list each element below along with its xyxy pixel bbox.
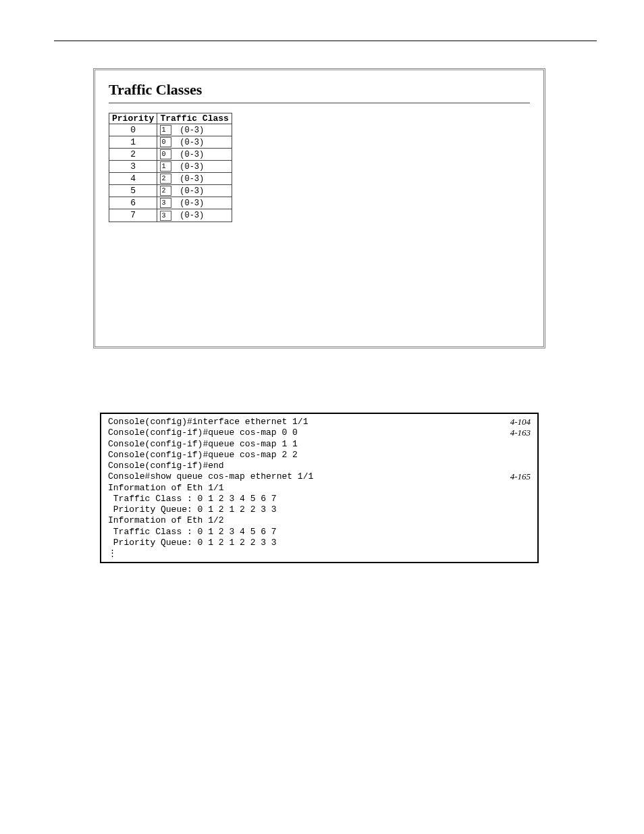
- traffic-class-input[interactable]: 2: [160, 186, 171, 196]
- range-label: (0-3): [180, 174, 204, 184]
- console-line: Console(config-if)#end: [108, 461, 531, 471]
- console-line: Console(config-if)#queue cos-map 0 04-16…: [108, 427, 531, 438]
- traffic-class-input[interactable]: 0: [160, 149, 171, 159]
- table-row: 2 0 (0-3): [109, 149, 232, 161]
- console-line: Traffic Class : 0 1 2 3 4 5 6 7: [108, 494, 531, 504]
- traffic-class-input[interactable]: 2: [160, 174, 171, 184]
- panel-divider: [109, 103, 530, 103]
- console-line: Console#show queue cos-map ethernet 1/14…: [108, 471, 531, 482]
- range-label: (0-3): [180, 150, 204, 159]
- value-cell: 1 (0-3): [157, 124, 232, 136]
- priority-cell: 6: [109, 197, 157, 209]
- traffic-classes-panel: Traffic Classes Priority Traffic Class 0…: [93, 68, 545, 348]
- priority-cell: 0: [109, 124, 157, 136]
- console-line: Priority Queue: 0 1 2 1 2 2 3 3: [108, 538, 531, 548]
- header-divider: [54, 41, 597, 41]
- value-cell: 2 (0-3): [157, 185, 232, 197]
- traffic-classes-table: Priority Traffic Class 0 1 (0-3) 1 0 (0-…: [109, 113, 232, 222]
- table-row: 0 1 (0-3): [109, 124, 232, 136]
- priority-cell: 5: [109, 185, 157, 197]
- traffic-class-input[interactable]: 3: [160, 198, 171, 208]
- priority-cell: 2: [109, 149, 157, 161]
- table-row: 7 3 (0-3): [109, 209, 232, 221]
- value-cell: 2 (0-3): [157, 173, 232, 185]
- panel-title: Traffic Classes: [109, 81, 530, 99]
- value-cell: 1 (0-3): [157, 161, 232, 173]
- priority-cell: 4: [109, 173, 157, 185]
- traffic-class-input[interactable]: 3: [160, 211, 171, 221]
- priority-cell: 3: [109, 161, 157, 173]
- console-line: Console(config)#interface ethernet 1/14-…: [108, 417, 531, 427]
- traffic-class-input[interactable]: 1: [160, 161, 171, 172]
- console-line: ⋮: [108, 548, 531, 559]
- console-output: Console(config)#interface ethernet 1/14-…: [100, 413, 539, 563]
- range-label: (0-3): [180, 162, 204, 172]
- range-label: (0-3): [180, 211, 204, 220]
- traffic-class-input[interactable]: 0: [160, 137, 171, 147]
- header-traffic-class: Traffic Class: [157, 113, 232, 124]
- range-label: (0-3): [180, 126, 204, 135]
- priority-cell: 7: [109, 209, 157, 221]
- console-line: Priority Queue: 0 1 2 1 2 2 3 3: [108, 504, 531, 515]
- console-line: Console(config-if)#queue cos-map 2 2: [108, 450, 531, 461]
- table-row: 1 0 (0-3): [109, 136, 232, 149]
- priority-cell: 1: [109, 136, 157, 149]
- range-label: (0-3): [180, 186, 204, 196]
- console-line: Information of Eth 1/1: [108, 483, 531, 494]
- table-row: 5 2 (0-3): [109, 185, 232, 197]
- table-row: 4 2 (0-3): [109, 173, 232, 185]
- value-cell: 0 (0-3): [157, 136, 232, 149]
- value-cell: 3 (0-3): [157, 209, 232, 221]
- console-line: Traffic Class : 0 1 2 3 4 5 6 7: [108, 527, 531, 538]
- value-cell: 0 (0-3): [157, 149, 232, 161]
- console-line: Information of Eth 1/2: [108, 515, 531, 526]
- page: Traffic Classes Priority Traffic Class 0…: [0, 0, 644, 834]
- table-row: 6 3 (0-3): [109, 197, 232, 209]
- value-cell: 3 (0-3): [157, 197, 232, 209]
- range-label: (0-3): [180, 138, 204, 147]
- console-line: Console(config-if)#queue cos-map 1 1: [108, 439, 531, 450]
- traffic-class-input[interactable]: 1: [160, 125, 171, 135]
- header-priority: Priority: [109, 113, 157, 124]
- table-header-row: Priority Traffic Class: [109, 113, 232, 124]
- range-label: (0-3): [180, 199, 204, 208]
- table-row: 3 1 (0-3): [109, 161, 232, 173]
